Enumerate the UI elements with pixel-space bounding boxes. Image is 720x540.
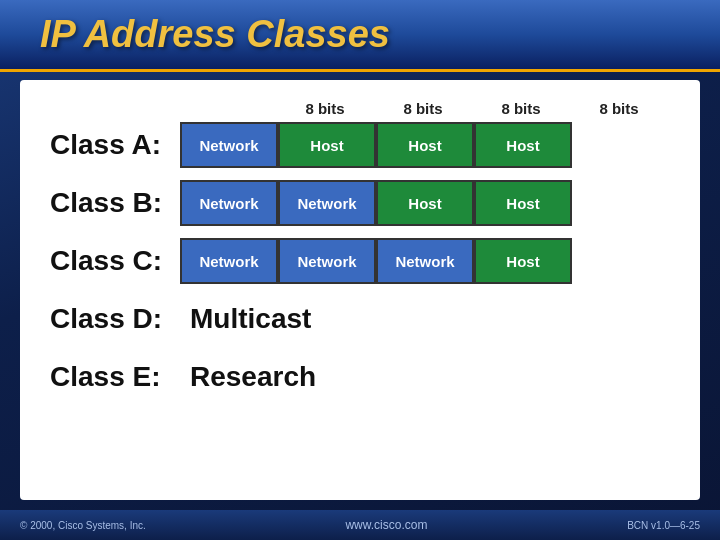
class-a-cells: Network Host Host Host [180, 122, 670, 168]
class-d-text: Multicast [180, 303, 311, 335]
footer-slide-number: BCN v1.0—6-25 [627, 520, 700, 531]
class-c-cell-2: Network [278, 238, 376, 284]
class-c-row: Class C: Network Network Network Host [50, 237, 670, 285]
bits-header-row: 8 bits 8 bits 8 bits 8 bits [50, 100, 670, 117]
class-a-label: Class A: [50, 129, 180, 161]
class-c-cells: Network Network Network Host [180, 238, 670, 284]
slide: IP Address Classes 8 bits 8 bits 8 bits … [0, 0, 720, 540]
class-b-cell-1: Network [180, 180, 278, 226]
class-a-cell-3: Host [376, 122, 474, 168]
class-d-row: Class D: Multicast [50, 295, 670, 343]
class-e-row: Class E: Research [50, 353, 670, 401]
class-b-row: Class B: Network Network Host Host [50, 179, 670, 227]
footer-copyright: © 2000, Cisco Systems, Inc. [20, 520, 146, 531]
class-c-label: Class C: [50, 245, 180, 277]
class-e-text: Research [180, 361, 316, 393]
class-b-cell-2: Network [278, 180, 376, 226]
class-e-label: Class E: [50, 361, 180, 393]
class-b-cell-3: Host [376, 180, 474, 226]
footer-url: www.cisco.com [345, 518, 427, 532]
class-a-cell-4: Host [474, 122, 572, 168]
class-c-cell-1: Network [180, 238, 278, 284]
slide-title: IP Address Classes [40, 13, 390, 56]
bits-header-2: 8 bits [374, 100, 472, 117]
class-d-label: Class D: [50, 303, 180, 335]
class-c-cell-4: Host [474, 238, 572, 284]
class-c-cell-3: Network [376, 238, 474, 284]
class-b-cell-4: Host [474, 180, 572, 226]
footer: © 2000, Cisco Systems, Inc. www.cisco.co… [0, 510, 720, 540]
bits-header-3: 8 bits [472, 100, 570, 117]
class-a-cell-2: Host [278, 122, 376, 168]
class-a-cell-1: Network [180, 122, 278, 168]
bits-header-4: 8 bits [570, 100, 668, 117]
class-b-label: Class B: [50, 187, 180, 219]
bits-header-1: 8 bits [276, 100, 374, 117]
content-area: 8 bits 8 bits 8 bits 8 bits Class A: Net… [20, 80, 700, 500]
title-bar: IP Address Classes [0, 0, 720, 72]
class-a-row: Class A: Network Host Host Host [50, 121, 670, 169]
class-b-cells: Network Network Host Host [180, 180, 670, 226]
